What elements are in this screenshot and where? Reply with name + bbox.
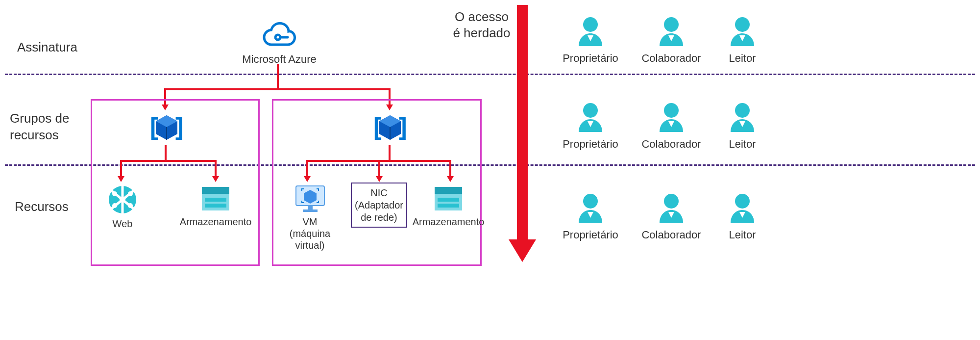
svg-rect-28	[435, 194, 462, 210]
resource-storage-2-label: Armazenamento	[409, 216, 488, 228]
role-reader-r1: Leitor	[715, 15, 769, 65]
svg-point-32	[664, 17, 679, 32]
cloud-icon	[262, 20, 296, 48]
svg-point-10	[112, 191, 117, 196]
svg-rect-15	[202, 187, 229, 194]
svg-point-13	[128, 203, 133, 208]
resource-storage-2: Armazenamento	[409, 184, 488, 228]
access-inherited-text: O acesso é herdado	[450, 9, 514, 41]
connector-line	[215, 160, 217, 177]
resource-storage-1: Armazenamento	[176, 184, 255, 228]
svg-point-11	[128, 191, 133, 196]
svg-point-37	[583, 194, 598, 209]
person-icon	[656, 15, 687, 47]
connector-line	[378, 160, 380, 177]
vm-icon	[293, 184, 327, 213]
svg-point-31	[583, 17, 598, 32]
divider-1	[5, 74, 975, 75]
connector-line	[389, 145, 391, 160]
svg-point-14	[120, 197, 125, 203]
azure-label: Microsoft Azure	[235, 53, 323, 66]
role-reader-r3: Leitor	[715, 191, 769, 241]
row-label-resource-groups: Grupos de recursos	[10, 110, 69, 144]
role-label: Proprietário	[556, 229, 625, 241]
role-label: Colaborador	[637, 52, 706, 65]
role-label: Colaborador	[637, 138, 706, 151]
nic-line2: (Adaptador	[352, 199, 406, 211]
web-icon	[107, 184, 138, 215]
role-contributor-r3: Colaborador	[637, 191, 706, 241]
connector-line	[164, 88, 391, 90]
person-icon	[727, 15, 758, 47]
resource-vm-label-1: VM	[274, 216, 345, 228]
svg-rect-25	[303, 209, 318, 212]
inheritance-arrow	[517, 5, 528, 240]
person-icon	[575, 15, 606, 47]
role-owner-r2: Proprietário	[556, 101, 625, 151]
svg-rect-29	[438, 198, 459, 202]
resource-web: Web	[100, 184, 145, 230]
svg-point-33	[735, 17, 750, 32]
arrowhead-icon	[118, 176, 124, 182]
nic-line3: de rede)	[352, 211, 406, 224]
person-icon	[656, 101, 687, 133]
role-owner-r1: Proprietário	[556, 15, 625, 65]
nic-line1: NIC	[352, 187, 406, 199]
svg-rect-17	[205, 198, 226, 202]
svg-point-36	[735, 103, 750, 118]
arrowhead-icon	[447, 176, 454, 182]
person-icon	[656, 191, 687, 224]
connector-line	[306, 160, 308, 177]
role-contributor-r2: Colaborador	[637, 101, 706, 151]
resource-vm: VM (máquina virtual)	[274, 184, 345, 251]
connector-line	[277, 64, 279, 88]
svg-point-35	[664, 103, 679, 118]
role-label: Proprietário	[556, 52, 625, 65]
resource-vm-label-2: (máquina virtual)	[274, 228, 345, 251]
connector-line	[449, 160, 451, 177]
arrowhead-icon	[304, 176, 311, 182]
svg-point-38	[664, 194, 679, 209]
person-icon	[575, 191, 606, 224]
role-label: Colaborador	[637, 229, 706, 241]
role-label: Leitor	[715, 52, 769, 65]
inheritance-arrowhead-icon	[509, 239, 536, 262]
connector-line	[165, 145, 167, 160]
role-reader-r2: Leitor	[715, 101, 769, 151]
arrowhead-icon	[376, 176, 383, 182]
role-label: Proprietário	[556, 138, 625, 151]
svg-point-39	[735, 194, 750, 209]
resource-nic: NIC (Adaptador de rede)	[351, 183, 407, 228]
person-icon	[727, 101, 758, 133]
resource-storage-1-label: Armazenamento	[176, 216, 255, 228]
resource-group-icon: [ ]	[370, 110, 410, 147]
person-icon	[727, 191, 758, 224]
storage-icon	[433, 184, 464, 213]
svg-rect-30	[438, 204, 459, 208]
connector-line	[120, 160, 122, 177]
resource-web-label: Web	[100, 218, 145, 230]
connector-line	[120, 160, 217, 162]
svg-rect-16	[202, 194, 229, 210]
role-label: Leitor	[715, 229, 769, 241]
resource-group-icon: [ ]	[147, 110, 186, 147]
svg-point-34	[583, 103, 598, 118]
azure-subscription: Microsoft Azure	[235, 20, 323, 66]
role-owner-r3: Proprietário	[556, 191, 625, 241]
person-icon	[575, 101, 606, 133]
role-label: Leitor	[715, 138, 769, 151]
svg-rect-27	[435, 187, 462, 194]
svg-rect-18	[205, 204, 226, 208]
arrowhead-icon	[212, 176, 219, 182]
row-label-resources: Recursos	[15, 199, 69, 215]
svg-point-12	[112, 203, 117, 208]
row-label-subscription: Assinatura	[17, 39, 77, 56]
role-contributor-r1: Colaborador	[637, 15, 706, 65]
svg-rect-24	[308, 206, 313, 209]
storage-icon	[200, 184, 231, 213]
